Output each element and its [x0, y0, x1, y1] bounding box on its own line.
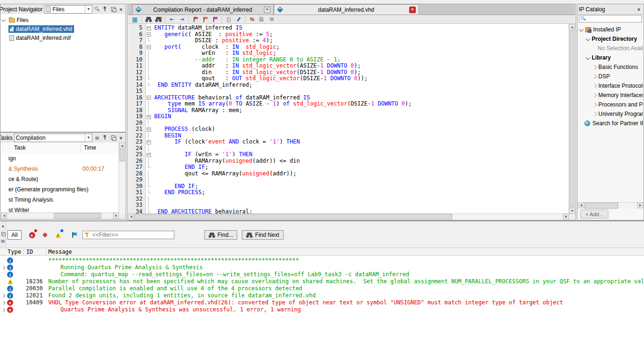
- code-line[interactable]: 6 generic( ASIZE : positive := 5;: [128, 31, 569, 38]
- expander-icon[interactable]: [1, 294, 5, 297]
- code-line[interactable]: 20: [128, 120, 569, 127]
- task-row[interactable]: er (Generate programming files): [1, 184, 119, 195]
- code-line[interactable]: 33: [128, 202, 569, 209]
- indent-increase-button[interactable]: [178, 15, 186, 23]
- attach-button[interactable]: [225, 15, 233, 23]
- code-line[interactable]: 11 addr : IN std_logic_vector(ASIZE-1 DO…: [128, 63, 569, 69]
- code-line[interactable]: 5ENTITY dataRAM_inferred IS: [128, 25, 569, 31]
- task-row[interactable]: st Writer: [1, 205, 119, 212]
- error-filter-button[interactable]: [27, 230, 37, 240]
- code-line[interactable]: 26 RAMArray(unsigned(addr)) <= din: [128, 158, 569, 165]
- code-line[interactable]: 8 port( clock : IN std_logic;: [128, 44, 569, 51]
- code-line[interactable]: 22 BEGIN: [128, 133, 569, 139]
- find-next-button[interactable]: Find Next: [242, 230, 283, 240]
- file-tree-item[interactable]: Files: [1, 15, 125, 24]
- pin-icon[interactable]: [102, 6, 108, 13]
- close-icon[interactable]: [118, 135, 124, 141]
- fold-marker[interactable]: [146, 25, 152, 31]
- replace-button[interactable]: [154, 15, 163, 23]
- message-row[interactable]: 10409VHDL Type Conversion error at dataR…: [0, 299, 644, 306]
- fold-marker[interactable]: [146, 44, 152, 51]
- warning-filter-button[interactable]: [53, 230, 63, 240]
- file-tree-item[interactable]: dataRAM_inferred.mif: [1, 33, 125, 42]
- code-line[interactable]: 28 qout <= RAMArray(unsigned(addr));: [128, 171, 569, 177]
- chevron-down-icon[interactable]: [586, 55, 590, 59]
- message-row[interactable]: Command: quartus_map --read_settings_fil…: [0, 271, 644, 278]
- filter-input[interactable]: [91, 231, 172, 239]
- code-line[interactable]: 32: [128, 196, 569, 203]
- chevron-down-icon[interactable]: [586, 36, 590, 40]
- all-filter-button[interactable]: All: [7, 230, 22, 240]
- pin-icon[interactable]: [102, 135, 108, 141]
- templates-button[interactable]: [131, 15, 139, 23]
- ip-tree-item[interactable]: Project Directory: [578, 34, 643, 44]
- fold-marker[interactable]: [146, 151, 152, 158]
- close-icon[interactable]: [118, 6, 124, 13]
- editor-tab[interactable]: Compilation Report - dataRAM_inferred×: [132, 4, 274, 15]
- ip-tree-item[interactable]: DSP: [578, 72, 643, 81]
- code-line[interactable]: 31 END PROCESS;: [128, 189, 569, 196]
- code-line[interactable]: 15: [128, 88, 569, 95]
- code-line[interactable]: 13 qout : OUT std_logic_vector(DSIZE-1 D…: [128, 76, 569, 82]
- editor-tab[interactable]: dataRAM_inferred.vhd×: [274, 4, 419, 15]
- editor-horizontal-scrollbar[interactable]: [128, 213, 569, 219]
- expander-icon[interactable]: [1, 308, 5, 311]
- search-icon[interactable]: [94, 6, 100, 13]
- code-line[interactable]: 7 DSIZE : positive := 4);: [128, 38, 569, 44]
- bookmark-next-button[interactable]: [201, 15, 210, 23]
- align-button[interactable]: [268, 15, 276, 23]
- message-row[interactable]: ****************************************…: [0, 257, 644, 264]
- float-icon[interactable]: [110, 135, 116, 141]
- indent-decrease-button[interactable]: [168, 15, 176, 23]
- flag-filter-button[interactable]: [69, 230, 79, 240]
- message-row[interactable]: 20030Parallel compilation is enabled and…: [0, 285, 644, 292]
- chevron-right-icon[interactable]: [592, 83, 597, 88]
- chevron-down-icon[interactable]: [1, 17, 6, 22]
- code-line[interactable]: 19BEGIN: [128, 113, 569, 120]
- expander-icon[interactable]: [1, 265, 5, 269]
- expander-icon[interactable]: [1, 301, 5, 304]
- ip-catalog-horizontal-scrollbar[interactable]: [578, 202, 643, 209]
- bookmark-previous-button[interactable]: [211, 15, 219, 23]
- message-row[interactable]: Quartus Prime Analysis & Synthesis was u…: [0, 306, 644, 313]
- ip-tree-item[interactable]: Search for Partner IP: [578, 119, 643, 128]
- code-area[interactable]: 5ENTITY dataRAM_inferred IS6 generic( AS…: [128, 24, 569, 214]
- chevron-right-icon[interactable]: [592, 65, 597, 69]
- task-row[interactable]: & Synthesis00:00:17: [1, 164, 119, 174]
- close-icon[interactable]: [636, 6, 642, 13]
- code-line[interactable]: 30 END IF;: [128, 183, 569, 190]
- code-line[interactable]: 24: [128, 145, 569, 152]
- percent-button[interactable]: [248, 15, 256, 23]
- ip-tree-item[interactable]: Basic Functions: [578, 62, 643, 72]
- ip-tree-item[interactable]: Processors and Peripherals: [578, 100, 643, 109]
- fold-marker[interactable]: [146, 31, 152, 38]
- fold-marker[interactable]: [146, 126, 152, 133]
- fold-marker[interactable]: [146, 95, 152, 101]
- chevron-right-icon[interactable]: [592, 102, 597, 106]
- ip-tree-item[interactable]: No Selection Available: [578, 44, 643, 53]
- fold-marker[interactable]: [146, 113, 152, 120]
- find-button[interactable]: [144, 15, 153, 23]
- ip-tree-item[interactable]: Memory Interfaces and Controllers: [578, 91, 643, 100]
- add-ip-button[interactable]: + Add...: [580, 210, 608, 219]
- code-line[interactable]: 10 --addr : IN integer RANGE 0 to ASIZE …: [128, 57, 569, 63]
- fold-marker[interactable]: [146, 139, 152, 145]
- float-icon[interactable]: [1, 232, 4, 235]
- ip-tree-item[interactable]: University Program: [578, 109, 643, 119]
- chevron-right-icon[interactable]: [592, 93, 597, 97]
- bookmark-toggle-button[interactable]: [191, 15, 200, 23]
- tab-close-icon[interactable]: ×: [264, 7, 270, 13]
- comment-button[interactable]: [234, 15, 243, 23]
- navigator-view-select[interactable]: Files ▼: [44, 5, 92, 14]
- ip-tree-item[interactable]: Interface Protocols: [578, 81, 643, 91]
- code-line[interactable]: 14 END ENTITY dataRAM_inferred;: [128, 82, 569, 89]
- code-line[interactable]: 16ARCHITECTURE behavioral of dataRAM_inf…: [128, 95, 569, 101]
- code-line[interactable]: 17 type mem IS array(0 TO ASIZE - 1) of …: [128, 101, 569, 107]
- code-line[interactable]: 9 wrEn : IN std_logic;: [128, 50, 569, 57]
- task-row[interactable]: ign: [1, 153, 119, 164]
- message-row[interactable]: 12021Found 2 design units, including 1 e…: [0, 292, 644, 299]
- ip-tree-item[interactable]: Installed IP: [578, 25, 643, 34]
- code-line[interactable]: 23 IF (clock'event AND clock = '1') THEN: [128, 139, 569, 145]
- float-icon[interactable]: [110, 6, 116, 13]
- tasks-vertical-scrollbar[interactable]: [119, 143, 125, 212]
